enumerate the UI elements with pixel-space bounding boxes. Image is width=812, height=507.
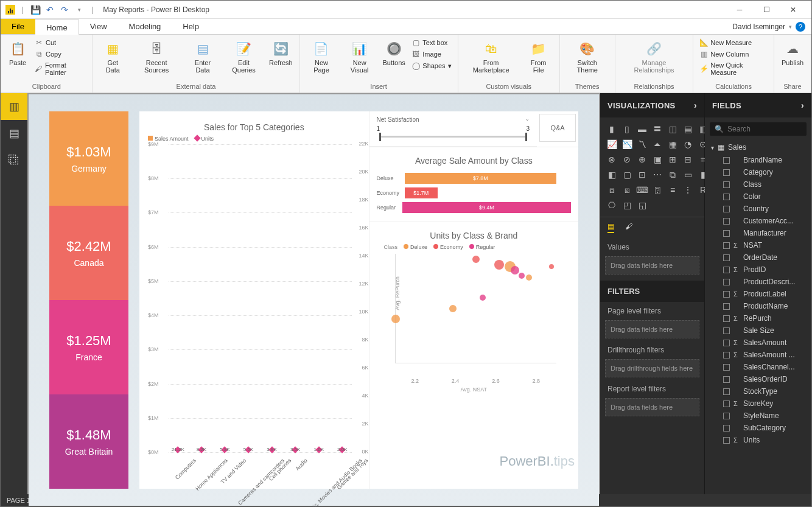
viz-type-icon[interactable]: ◱ — [635, 198, 649, 212]
viz-type-icon[interactable]: ▮ — [605, 122, 618, 136]
viz-type-icon[interactable]: ⏶ — [651, 138, 664, 151]
buttons-button[interactable]: 🔘Buttons — [380, 37, 408, 69]
field-item[interactable]: ΣSalesAmount ... — [705, 349, 811, 361]
field-item[interactable]: SalesOrderID — [705, 373, 811, 385]
enter-data-button[interactable]: ▤Enter Data — [184, 37, 222, 76]
image-button[interactable]: 🖼Image — [409, 49, 453, 60]
viz-type-icon[interactable]: 📈 — [605, 138, 618, 151]
format-icon[interactable]: 🖌 — [625, 222, 632, 233]
field-item[interactable]: Manufacturer — [705, 227, 811, 239]
maximize-button[interactable]: ☐ — [753, 1, 780, 19]
values-dropzone[interactable]: Drag data fields here — [605, 256, 699, 274]
menu-tab-help[interactable]: Help — [172, 19, 210, 34]
field-item[interactable]: SubCategory — [705, 422, 811, 434]
viz-type-icon[interactable]: ≡ — [666, 183, 679, 197]
copy-button[interactable]: ⧉Copy — [32, 49, 88, 60]
field-item[interactable]: Sale Size — [705, 324, 811, 337]
fields-well-icon[interactable]: ▤ — [607, 222, 614, 233]
user-dropdown-icon[interactable]: ▾ — [789, 24, 792, 30]
hbar-chart[interactable]: Deluxe$7.8MEconomy$1.7MRegular$9.4M — [377, 173, 571, 213]
new-quick-measure-button[interactable]: ⚡New Quick Measure — [697, 60, 770, 77]
card-great-britain[interactable]: $1.48MGreat Britain — [49, 394, 128, 489]
viz-type-icon[interactable]: ⌨ — [635, 183, 649, 197]
satisfaction-slider[interactable] — [379, 136, 527, 138]
menu-tab-view[interactable]: View — [79, 19, 118, 34]
viz-type-icon[interactable]: ⧇ — [620, 183, 634, 197]
collapse-viz-icon[interactable]: › — [694, 100, 697, 110]
menu-tab-modeling[interactable]: Modeling — [118, 19, 172, 34]
redo-icon[interactable]: ↷ — [58, 4, 71, 16]
slicer-dropdown-icon[interactable]: ⌄ — [525, 116, 530, 123]
field-item[interactable]: ΣRePurch — [705, 312, 811, 324]
menu-tab-home[interactable]: Home — [35, 19, 79, 35]
viz-type-icon[interactable]: 〽 — [635, 138, 649, 151]
recent-sources-button[interactable]: 🗄Recent Sources — [130, 37, 183, 76]
get-data-button[interactable]: ▦Get Data — [96, 37, 129, 76]
format-painter-button[interactable]: 🖌Format Painter — [32, 60, 88, 77]
file-tab[interactable]: File — [1, 19, 35, 34]
from-file-button[interactable]: 📁From File — [522, 37, 556, 76]
user-name[interactable]: David Iseminger — [732, 23, 785, 31]
save-icon[interactable]: 💾 — [29, 4, 41, 16]
new-measure-button[interactable]: 📐New Measure — [697, 37, 770, 48]
field-item[interactable]: Category — [705, 166, 811, 178]
new-page-button[interactable]: 📄New Page — [304, 37, 340, 76]
field-item[interactable]: Country — [705, 203, 811, 215]
textbox-button[interactable]: ▢Text box — [409, 37, 453, 48]
minimize-button[interactable]: ─ — [726, 1, 753, 19]
report-view-icon[interactable]: ▥ — [1, 93, 27, 120]
field-item[interactable]: ΣNSAT — [705, 239, 811, 251]
viz-type-icon[interactable]: ▢ — [620, 168, 634, 181]
model-view-icon[interactable]: ⿻ — [1, 147, 27, 173]
new-column-button[interactable]: ▥New Column — [697, 49, 770, 60]
collapse-fields-icon[interactable]: › — [801, 100, 804, 110]
publish-button[interactable]: ☁Publish — [778, 37, 807, 69]
viz-type-icon[interactable]: ⍰ — [651, 183, 664, 197]
viz-type-icon[interactable]: ⎔ — [605, 198, 618, 212]
viz-type-icon[interactable]: ⧉ — [666, 168, 679, 181]
viz-type-icon[interactable]: ⊞ — [666, 153, 679, 166]
field-item[interactable]: ProductName — [705, 300, 811, 312]
page-filters-dropzone[interactable]: Drag data fields here — [605, 320, 699, 338]
shapes-button[interactable]: ◯Shapes ▾ — [409, 60, 453, 71]
field-item[interactable]: CustomerAcc... — [705, 215, 811, 227]
new-visual-button[interactable]: 📊New Visual — [340, 37, 379, 76]
field-item[interactable]: Color — [705, 191, 811, 203]
viz-type-icon[interactable]: ⋯ — [651, 168, 664, 181]
viz-type-icon[interactable]: ▭ — [681, 168, 695, 181]
report-canvas[interactable]: $1.03MGermany$2.42MCanada$1.25MFrance$1.… — [29, 94, 599, 506]
table-sales[interactable]: ▾▦Sales — [705, 141, 811, 154]
manage-relationships-button[interactable]: 🔗Manage Relationships — [619, 37, 690, 76]
viz-type-icon[interactable]: ▤ — [681, 122, 695, 136]
field-item[interactable]: ΣProdID — [705, 264, 811, 276]
card-france[interactable]: $1.25MFrance — [49, 300, 128, 394]
viz-type-icon[interactable]: ⊟ — [681, 153, 695, 166]
edit-queries-button[interactable]: 📝Edit Queries — [223, 37, 265, 76]
viz-type-icon[interactable]: ▦ — [666, 138, 679, 151]
field-item[interactable]: ΣSalesAmount — [705, 337, 811, 349]
field-item[interactable]: ΣProductLabel — [705, 288, 811, 300]
field-item[interactable]: StockType — [705, 385, 811, 397]
card-germany[interactable]: $1.03MGermany — [49, 111, 128, 206]
viz-type-icon[interactable]: ▬ — [635, 122, 649, 136]
viz-type-icon[interactable]: ▣ — [651, 153, 664, 166]
card-canada[interactable]: $2.42MCanada — [49, 206, 128, 300]
search-input[interactable] — [727, 125, 812, 133]
refresh-button[interactable]: 🔄Refresh — [266, 37, 295, 69]
report-filters-dropzone[interactable]: Drag data fields here — [605, 398, 699, 416]
field-item[interactable]: Class — [705, 178, 811, 191]
from-marketplace-button[interactable]: 🛍From Marketplace — [462, 37, 520, 76]
viz-type-icon[interactable]: ⊡ — [635, 168, 649, 181]
help-icon[interactable]: ? — [796, 22, 805, 32]
viz-type-icon[interactable]: ⊘ — [620, 153, 634, 166]
switch-theme-button[interactable]: 🎨Switch Theme — [564, 37, 611, 76]
viz-type-icon[interactable]: ◧ — [605, 168, 618, 181]
viz-type-icon[interactable]: ⊕ — [635, 153, 649, 166]
field-item[interactable]: StyleName — [705, 410, 811, 422]
fields-search[interactable]: 🔍 — [710, 122, 807, 136]
data-view-icon[interactable]: ▤ — [1, 120, 27, 147]
viz-type-icon[interactable]: 〓 — [651, 122, 664, 136]
viz-type-icon[interactable]: ◰ — [620, 198, 634, 212]
undo-icon[interactable]: ↶ — [44, 4, 56, 16]
field-item[interactable]: ΣStoreKey — [705, 397, 811, 410]
